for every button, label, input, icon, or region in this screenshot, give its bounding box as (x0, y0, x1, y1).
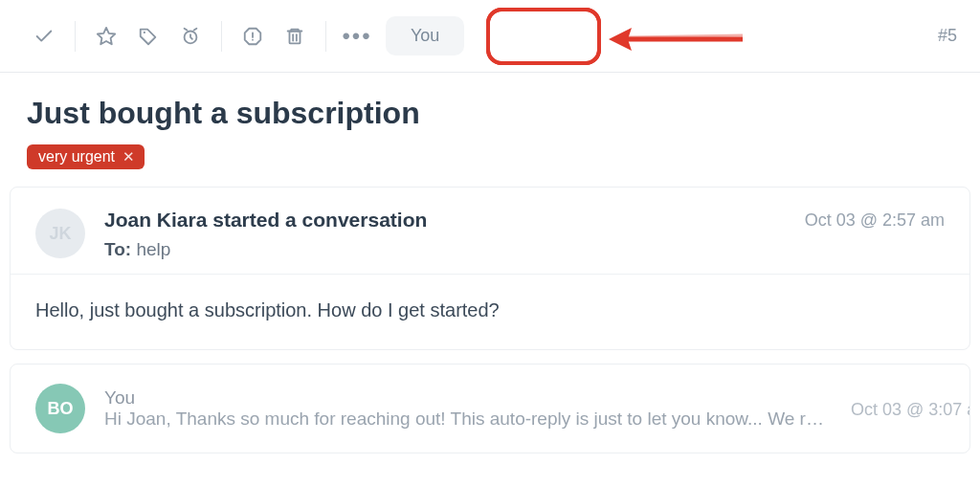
alert-icon (242, 26, 263, 47)
message-recipients: To: help (104, 239, 786, 260)
delete-button[interactable] (274, 15, 316, 57)
message-timestamp: Oct 03 @ 2:57 am (805, 209, 945, 231)
svg-point-5 (252, 38, 254, 40)
avatar-initials: JK (49, 224, 71, 244)
message-body: Hello, just bought a subscription. How d… (11, 275, 969, 349)
message-title: Joan Kiara started a conversation (104, 209, 786, 232)
ticket-tag[interactable]: very urgent ✕ (27, 144, 145, 169)
star-button[interactable] (85, 15, 127, 57)
avatar: BO (35, 384, 85, 433)
snooze-button[interactable] (169, 15, 212, 57)
avatar-initials: BO (48, 399, 74, 419)
toolbar-separator (75, 21, 76, 52)
message-sender: You (104, 387, 832, 409)
trash-icon (284, 26, 305, 47)
assignee-label: You (411, 26, 439, 45)
more-icon: ••• (342, 23, 371, 49)
check-icon (33, 26, 55, 47)
to-value: help (136, 239, 170, 259)
svg-rect-6 (290, 31, 301, 43)
to-label: To: (104, 239, 131, 259)
ticket-tag-label: very urgent (38, 148, 115, 166)
remove-tag-icon[interactable]: ✕ (122, 148, 135, 166)
message-header: JK Joan Kiara started a conversation To:… (11, 188, 969, 275)
svg-marker-0 (98, 27, 115, 43)
toolbar: ••• You #5 (0, 0, 980, 73)
avatar: JK (35, 209, 85, 258)
ticket-subject: Just bought a subscription (27, 96, 953, 131)
ticket-number: #5 (938, 26, 957, 46)
message-header: BO You Hi Joan, Thanks so much for reach… (11, 364, 969, 453)
svg-point-1 (144, 31, 145, 33)
toolbar-separator (325, 21, 326, 52)
message-preview: Hi Joan, Thanks so much for reaching out… (104, 409, 832, 430)
message-list: JK Joan Kiara started a conversation To:… (0, 187, 980, 476)
mark-done-button[interactable] (23, 15, 65, 57)
ticket-header: Just bought a subscription very urgent ✕ (0, 73, 980, 187)
message-card[interactable]: JK Joan Kiara started a conversation To:… (10, 187, 970, 350)
clock-icon (180, 26, 201, 47)
toolbar-separator (221, 21, 222, 52)
tag-button[interactable] (127, 15, 169, 57)
message-card-collapsed[interactable]: BO You Hi Joan, Thanks so much for reach… (10, 364, 970, 453)
more-actions-button[interactable]: ••• (336, 15, 378, 57)
spam-button[interactable] (232, 15, 274, 57)
assignee-dropdown[interactable]: You (386, 16, 464, 55)
star-icon (96, 26, 117, 47)
tag-icon (138, 26, 159, 47)
message-timestamp: Oct 03 @ 3:07 am (851, 398, 970, 420)
